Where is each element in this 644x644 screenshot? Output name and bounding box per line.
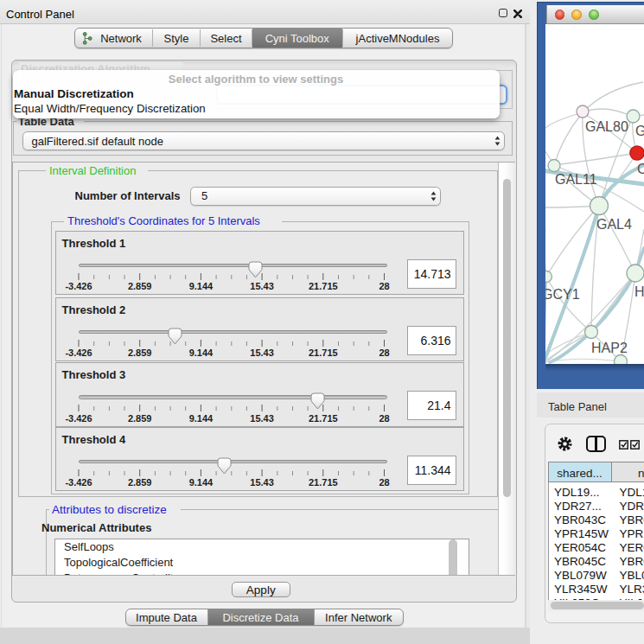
svg-text:H: H <box>634 284 644 299</box>
svg-text:GAL80: GAL80 <box>585 119 628 134</box>
svg-text:CD: CD <box>637 162 644 176</box>
svg-text:GAL11: GAL11 <box>555 172 597 187</box>
svg-text:HAP2: HAP2 <box>591 341 628 355</box>
svg-text:GAL: GAL <box>635 124 644 138</box>
svg-text:GAL4: GAL4 <box>596 217 632 232</box>
svg-text:GCY1: GCY1 <box>545 287 580 302</box>
